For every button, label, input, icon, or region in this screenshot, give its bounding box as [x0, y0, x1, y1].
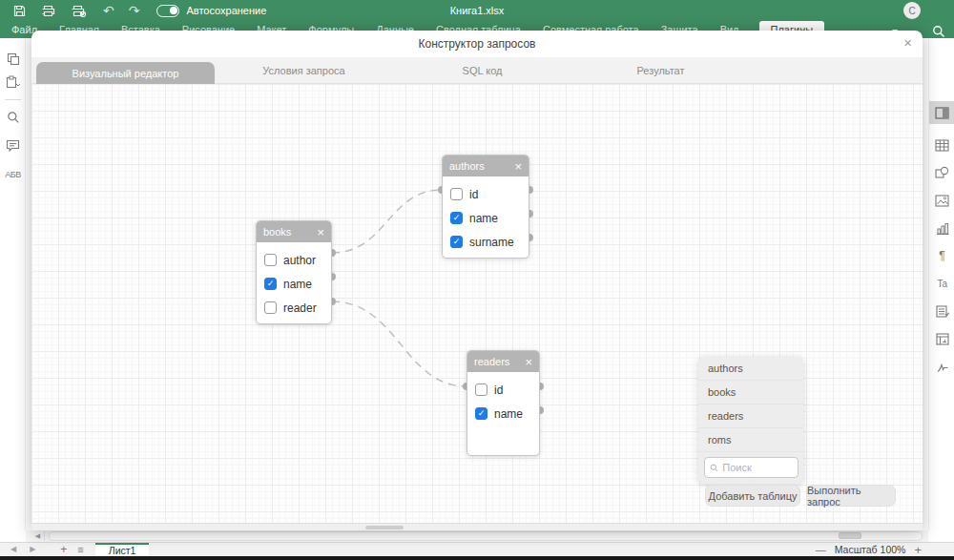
field-checkbox[interactable]: ✓ [264, 278, 277, 290]
field-label: name [469, 212, 498, 225]
field-row: reader [264, 296, 323, 320]
right-panel-toolbar: ¶ Та [928, 38, 954, 530]
save-icon[interactable] [13, 5, 26, 17]
zoom-in-icon[interactable]: + [914, 544, 922, 556]
table-search-input[interactable] [722, 462, 793, 473]
tab-visual-editor[interactable]: Визуальный редактор [36, 62, 215, 84]
print-icon[interactable] [41, 5, 55, 17]
field-checkbox[interactable]: ✓ [450, 236, 463, 248]
pivot-settings-icon[interactable] [929, 327, 954, 350]
query-builder-dialog: Конструктор запросов × Визуальный редакт… [31, 31, 923, 530]
avatar[interactable]: C [903, 2, 921, 19]
card-body: id ✓ name [467, 372, 539, 429]
undo-icon[interactable]: ↶ [103, 4, 114, 17]
image-settings-icon[interactable] [929, 189, 954, 212]
find-icon[interactable] [0, 106, 26, 129]
field-checkbox[interactable] [475, 384, 487, 396]
quick-print-icon[interactable] [71, 5, 87, 17]
dialog-close-icon[interactable]: × [903, 35, 912, 50]
table-card-readers[interactable]: readers × id ✓ name [467, 350, 540, 456]
table-list-item-roms[interactable]: roms [698, 428, 803, 452]
card-header[interactable]: books × [257, 221, 331, 242]
zoom-label: Масштаб 100% [835, 544, 906, 555]
field-row: id [450, 182, 521, 206]
add-sheet-icon[interactable]: + [60, 544, 67, 555]
card-header[interactable]: readers × [467, 351, 539, 372]
tab-query-conditions[interactable]: Условия запроса [215, 57, 393, 83]
spellcheck-icon[interactable]: АБВ [0, 163, 26, 186]
card-title: readers [474, 356, 509, 367]
toggle-knob [170, 7, 177, 14]
slicer-settings-icon[interactable] [929, 300, 954, 322]
field-checkbox[interactable] [450, 188, 463, 200]
add-table-button[interactable]: Добавить таблицу [705, 485, 800, 507]
field-checkbox[interactable] [264, 254, 277, 266]
sheet-tab[interactable]: Лист1 [95, 543, 150, 557]
field-label: surname [469, 236, 514, 249]
copy-icon[interactable] [0, 48, 26, 71]
quick-access-toolbar: ↶ ↷ Автосохранение [0, 0, 954, 21]
shape-settings-icon[interactable] [929, 161, 954, 184]
dialog-tab-strip: Визуальный редактор Условия запроса SQL … [31, 57, 923, 84]
table-search-box[interactable] [704, 457, 798, 478]
paste-icon[interactable] [0, 71, 26, 93]
field-row: ✓ name [450, 206, 521, 230]
cell-settings-icon[interactable] [929, 101, 954, 124]
redo-icon[interactable]: ↷ [129, 4, 140, 17]
sheet-next-icon[interactable]: ▶ [30, 546, 35, 553]
dialog-scrollbar-thumb[interactable] [365, 526, 404, 529]
card-header[interactable]: authors × [443, 156, 529, 176]
autosave-label: Автосохранение [186, 5, 266, 16]
card-close-icon[interactable]: × [514, 160, 522, 173]
field-row: author [264, 248, 323, 272]
card-close-icon[interactable]: × [317, 226, 324, 239]
field-label: name [283, 278, 312, 291]
run-query-button[interactable]: Выполнить запрос [806, 485, 896, 507]
connection-books-authors[interactable] [332, 190, 442, 253]
chart-settings-icon[interactable] [929, 217, 954, 239]
field-row: ✓ name [264, 272, 323, 296]
field-checkbox[interactable]: ✓ [475, 407, 487, 420]
table-list-item-books[interactable]: books [698, 381, 803, 404]
sheet-prev-icon[interactable]: ◀ [10, 546, 16, 553]
scrollbar-track[interactable] [49, 531, 923, 541]
query-canvas[interactable]: books × author ✓ name reader [31, 84, 923, 523]
field-label: author [283, 254, 316, 267]
search-icon [710, 463, 718, 473]
table-list-item-readers[interactable]: readers [698, 404, 803, 428]
dialog-scrollbar[interactable] [31, 523, 923, 530]
left-toolbar: АБВ [0, 38, 26, 530]
field-label: id [469, 188, 478, 201]
autosave-toggle[interactable] [156, 5, 179, 17]
field-label: id [494, 384, 503, 397]
dialog-header[interactable]: Конструктор запросов × [31, 31, 923, 57]
zoom-controls: — Масштаб 100% + [816, 544, 922, 556]
toolbar-divider [5, 99, 21, 100]
card-body: author ✓ name reader [257, 242, 331, 323]
tab-result[interactable]: Результат [571, 57, 750, 83]
sheet-list-icon[interactable]: ≡ [77, 545, 83, 555]
connection-books-readers[interactable] [332, 301, 467, 386]
paragraph-settings-icon[interactable]: ¶ [929, 244, 954, 267]
card-body: id ✓ name ✓ surname [443, 176, 529, 258]
table-picker-list: authors books readers roms [698, 357, 803, 484]
table-settings-icon[interactable] [929, 134, 954, 156]
tab-sql-code[interactable]: SQL код [393, 57, 571, 83]
field-label: reader [283, 301, 317, 315]
comments-icon[interactable] [0, 135, 26, 157]
field-checkbox[interactable] [264, 301, 277, 314]
field-row: ✓ name [475, 402, 531, 425]
scrollbar-thumb[interactable] [839, 532, 861, 539]
card-close-icon[interactable]: × [525, 356, 532, 368]
scroll-left-icon[interactable]: ◀ [31, 531, 45, 541]
table-card-books[interactable]: books × author ✓ name reader [256, 220, 332, 324]
textart-settings-icon[interactable]: Та [929, 272, 954, 295]
table-list-item-authors[interactable]: authors [698, 357, 803, 381]
signature-settings-icon[interactable] [929, 355, 954, 378]
field-checkbox[interactable]: ✓ [450, 212, 463, 224]
table-card-authors[interactable]: authors × id ✓ name ✓ surname [442, 155, 529, 259]
zoom-out-icon[interactable]: — [816, 545, 826, 555]
dialog-title: Конструктор запросов [419, 37, 536, 51]
card-title: authors [449, 160, 485, 172]
horizontal-scrollbar[interactable]: ◀ [26, 530, 928, 542]
